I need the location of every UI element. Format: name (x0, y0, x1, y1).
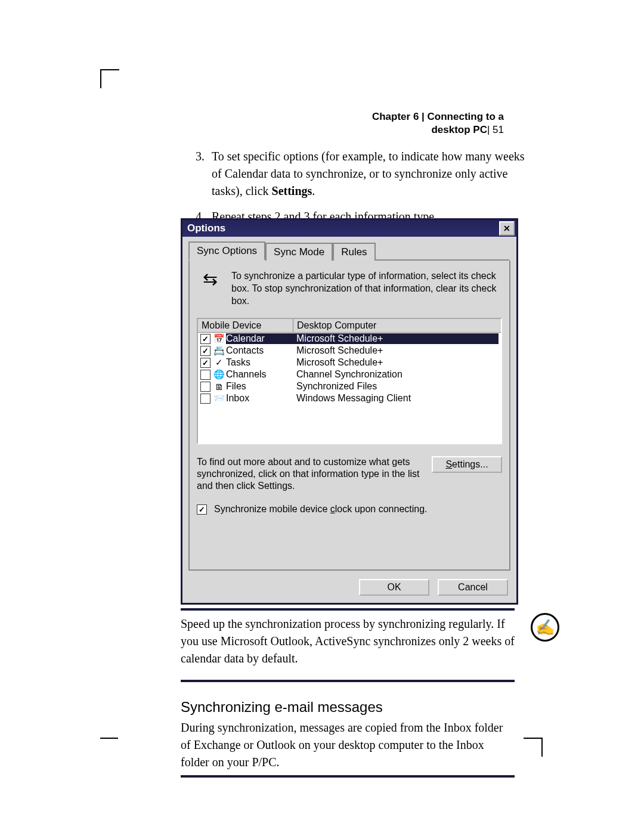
step-bold: Settings (272, 184, 312, 197)
row-name: Inbox (226, 393, 296, 404)
row-icon: ✓ (213, 357, 225, 368)
row-icon: 🌐 (213, 369, 225, 380)
row-desktop: Channel Synchronization (296, 369, 499, 380)
row-desktop: Microsoft Schedule+ (296, 345, 499, 356)
tip-text: Speed up the synchronization process by … (181, 615, 515, 667)
hint-text: To find out more about and to customize … (197, 456, 426, 492)
divider (181, 608, 515, 611)
row-desktop: Microsoft Schedule+ (296, 333, 499, 344)
row-icon: 📇 (213, 345, 225, 356)
sync-list[interactable]: Mobile Device Desktop Computer 📅Calendar… (197, 318, 502, 444)
col-mobile-device: Mobile Device (198, 319, 293, 332)
header-line1: Chapter 6 | Connecting to a (372, 111, 504, 122)
header-line2-light: | 51 (487, 124, 504, 135)
settings-button[interactable]: Settings... (432, 456, 502, 473)
clock-checkbox[interactable] (197, 504, 207, 515)
row-checkbox[interactable] (200, 370, 210, 380)
note-icon: ✍ (531, 613, 559, 642)
divider (181, 775, 515, 778)
list-row[interactable]: ✓TasksMicrosoft Schedule+ (198, 357, 501, 368)
section-paragraph: During synchronization, messages are cop… (181, 719, 515, 771)
page-header: Chapter 6 | Connecting to a desktop PC| … (337, 110, 504, 137)
row-checkbox[interactable] (200, 346, 210, 356)
list-row[interactable]: 🗎FilesSynchronized Files (198, 380, 501, 392)
tab-bar: Sync Options Sync Mode Rules (188, 243, 509, 261)
clock-label: Synchronize mobile device clock upon con… (214, 504, 428, 515)
step-3: 3. To set specific options (for example,… (181, 148, 527, 200)
row-icon: 🗎 (213, 381, 225, 392)
row-name: Calendar (226, 333, 296, 344)
section-heading: Synchronizing e-mail messages (181, 699, 383, 716)
crop-mark (100, 738, 118, 757)
row-icon: 📅 (213, 333, 225, 344)
step-number: 3. (181, 148, 205, 165)
row-checkbox[interactable] (200, 334, 210, 344)
row-name: Channels (226, 369, 296, 380)
divider (181, 680, 515, 682)
row-checkbox[interactable] (200, 358, 210, 368)
col-desktop-computer: Desktop Computer (293, 319, 501, 332)
list-row[interactable]: 📅CalendarMicrosoft Schedule+ (198, 333, 501, 345)
tab-pane: ⇆ To synchronize a particular type of in… (188, 261, 510, 571)
dialog-title: Options (187, 222, 225, 234)
description-row: ⇆ To synchronize a particular type of in… (197, 270, 502, 307)
description-text: To synchronize a particular type of info… (231, 270, 502, 307)
row-checkbox[interactable] (200, 394, 210, 404)
sync-icon: ⇆ (197, 270, 223, 307)
close-button[interactable]: ✕ (499, 221, 515, 236)
row-desktop: Synchronized Files (296, 381, 499, 392)
row-desktop: Microsoft Schedule+ (296, 357, 499, 368)
row-name: Files (226, 381, 296, 392)
titlebar: Options ✕ (182, 220, 516, 237)
cancel-button[interactable]: Cancel (438, 579, 508, 596)
row-icon: 📨 (213, 393, 225, 404)
header-line2-bold: desktop PC (431, 124, 487, 135)
list-row[interactable]: 📨InboxWindows Messaging Client (198, 392, 501, 404)
step-text: To set specific options (for example, to… (212, 150, 525, 197)
tab-sync-options[interactable]: Sync Options (188, 241, 265, 261)
dialog-buttons: OK Cancel (359, 579, 508, 596)
tab-rules[interactable]: Rules (333, 243, 375, 261)
step-tail: . (312, 184, 315, 197)
row-desktop: Windows Messaging Client (296, 393, 499, 404)
options-dialog: Options ✕ Sync Options Sync Mode Rules ⇆… (181, 218, 518, 605)
list-row[interactable]: 🌐ChannelsChannel Synchronization (198, 368, 501, 380)
clock-sync-row: Synchronize mobile device clock upon con… (197, 504, 502, 515)
ok-button[interactable]: OK (359, 579, 429, 596)
row-name: Contacts (226, 345, 296, 356)
tab-sync-mode[interactable]: Sync Mode (265, 243, 333, 261)
hint-row: To find out more about and to customize … (197, 456, 502, 492)
list-row[interactable]: 📇ContactsMicrosoft Schedule+ (198, 345, 501, 357)
row-name: Tasks (226, 357, 296, 368)
crop-mark (100, 69, 119, 88)
crop-mark (524, 738, 543, 757)
row-checkbox[interactable] (200, 382, 210, 392)
list-header: Mobile Device Desktop Computer (198, 319, 501, 333)
